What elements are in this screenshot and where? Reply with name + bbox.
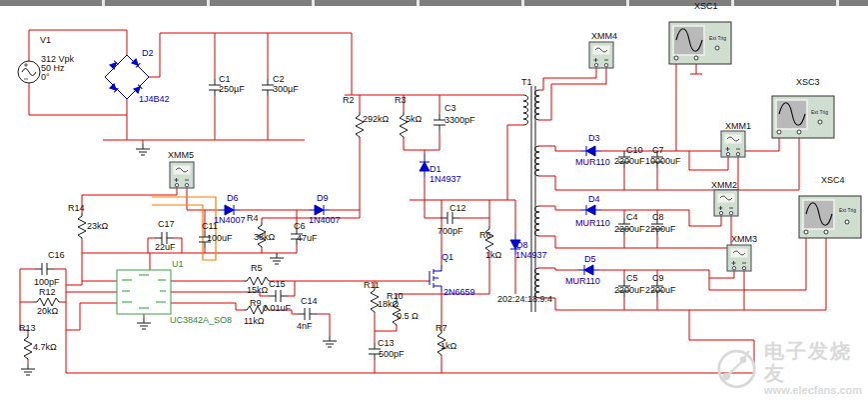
xmm5-label[interactable]: XMM5 — [168, 151, 194, 160]
d4-part[interactable]: MUR110 — [575, 219, 610, 228]
c6-ref[interactable]: C6 — [294, 222, 306, 231]
r9-ref[interactable]: R9 — [250, 299, 262, 308]
d6-ref[interactable]: D6 — [227, 194, 239, 203]
v1-ref[interactable]: V1 — [40, 36, 51, 45]
c3-value[interactable]: 3300pF — [444, 116, 475, 125]
r7-value[interactable]: 1kΩ — [440, 342, 456, 351]
c12-ref[interactable]: C12 — [449, 204, 466, 213]
d1-ref[interactable]: D1 — [430, 165, 441, 174]
d8-part[interactable]: 1N4937 — [515, 251, 547, 260]
c5-value[interactable]: 2200uF — [614, 286, 645, 295]
d2-ref[interactable]: D2 — [142, 49, 154, 58]
c13-ref[interactable]: C13 — [378, 339, 395, 348]
t1-ref[interactable]: T1 — [521, 78, 532, 87]
r6-ref[interactable]: R6 — [479, 231, 491, 240]
u1-chip-symbol[interactable] — [117, 270, 171, 314]
c8-value[interactable]: 2200uF — [645, 225, 676, 234]
r10-value[interactable]: 0.5 Ω — [397, 312, 419, 321]
r6-value[interactable]: 1kΩ — [485, 251, 501, 260]
xmm4-label[interactable]: XMM4 — [591, 32, 617, 41]
d4-ref[interactable]: D4 — [588, 195, 600, 204]
r3-ref[interactable]: R3 — [395, 96, 407, 105]
oscilloscope-xsc4[interactable] — [799, 196, 861, 238]
u1-ref[interactable]: U1 — [172, 260, 184, 269]
d5-part[interactable]: MUR110 — [565, 277, 600, 286]
r5-value[interactable]: 15kΩ — [247, 286, 268, 295]
xmm2-label[interactable]: XMM2 — [711, 181, 737, 190]
v1-value[interactable]: 0° — [41, 73, 50, 82]
r2-ref[interactable]: R2 — [343, 96, 355, 105]
multimeter-xmm5[interactable] — [170, 162, 194, 188]
c10-value[interactable]: 2200uF — [614, 157, 645, 166]
r11-ref[interactable]: R11 — [364, 281, 380, 290]
component-symbols[interactable] — [18, 55, 663, 375]
r9-value[interactable]: 11kΩ — [244, 317, 265, 326]
r3-value[interactable]: 5kΩ — [406, 115, 422, 124]
d6-part[interactable]: 1N4007 — [214, 216, 246, 225]
r13-value[interactable]: 4.7kΩ — [33, 343, 57, 352]
d9-part[interactable]: 1N4007 — [309, 216, 341, 225]
transformer-symbol[interactable] — [523, 86, 539, 312]
c3-ref[interactable]: C3 — [444, 104, 456, 113]
d3-part[interactable]: MUR110 — [575, 158, 610, 167]
multimeter-xmm4[interactable] — [589, 42, 613, 68]
c2-value[interactable]: 300µF — [273, 85, 299, 94]
oscilloscope-xsc1[interactable] — [669, 22, 731, 64]
q1-ref[interactable]: Q1 — [441, 253, 453, 262]
c1-ref[interactable]: C1 — [219, 75, 231, 84]
r5-ref[interactable]: R5 — [251, 264, 263, 273]
c13-value[interactable]: 500pF — [379, 350, 405, 359]
c7-value[interactable]: 10000uF — [645, 157, 681, 166]
r13-ref[interactable]: R13 — [19, 324, 36, 333]
xsc1-label[interactable]: XSC1 — [694, 2, 718, 11]
schematic-canvas[interactable]: V1 312 Vpk 50 Hz 0° D2 1J4B42 C1 250µF C… — [0, 0, 868, 402]
ac-source-symbol[interactable] — [18, 61, 40, 83]
d3-ref[interactable]: D3 — [588, 134, 600, 143]
d1-part[interactable]: 1N4937 — [430, 175, 461, 184]
c9-ref[interactable]: C9 — [652, 274, 664, 283]
c16-value[interactable]: 100pF — [34, 278, 60, 287]
c4-ref[interactable]: C4 — [626, 213, 638, 222]
c10-ref[interactable]: C10 — [626, 146, 643, 155]
d5-ref[interactable]: D5 — [584, 255, 596, 264]
xsc4-label[interactable]: XSC4 — [821, 176, 845, 185]
c17-ref[interactable]: C17 — [158, 220, 175, 229]
oscilloscope-xsc3[interactable] — [772, 96, 834, 138]
multimeter-xmm3[interactable] — [727, 245, 751, 271]
d9-ref[interactable]: D9 — [317, 194, 329, 203]
c12-value[interactable]: 700pF — [437, 227, 463, 236]
c7-ref[interactable]: C7 — [652, 146, 664, 155]
c6-value[interactable]: 47uF — [297, 234, 318, 243]
c15-value[interactable]: 0.01uF — [263, 304, 291, 313]
r12-ref[interactable]: R12 — [39, 288, 56, 297]
c14-value[interactable]: 4nF — [297, 322, 313, 331]
c11-value[interactable]: 100uF — [207, 234, 233, 243]
r11-value[interactable]: 18kΩ — [378, 300, 399, 309]
r10-ref[interactable]: R10 — [387, 292, 404, 301]
multimeter-xmm2[interactable] — [714, 190, 738, 216]
d8-ref[interactable]: D8 — [516, 241, 528, 250]
c17-value[interactable]: 22uF — [155, 243, 176, 252]
r2-value[interactable]: 292kΩ — [363, 115, 389, 124]
r14-ref[interactable]: R14 — [68, 204, 85, 213]
c1-value[interactable]: 250µF — [219, 85, 245, 94]
c2-ref[interactable]: C2 — [273, 75, 285, 84]
r12-value[interactable]: 20kΩ — [37, 307, 58, 316]
c9-value[interactable]: 2200uF — [645, 286, 676, 295]
c4-value[interactable]: 2200uF — [614, 225, 645, 234]
multimeter-xmm1[interactable] — [721, 131, 745, 157]
r14-value[interactable]: 23kΩ — [87, 222, 108, 231]
r4-value[interactable]: 38kΩ — [254, 233, 275, 242]
net-label[interactable]: 202:24:18:9:4 — [497, 294, 552, 304]
c15-ref[interactable]: C15 — [269, 280, 286, 289]
bridge-rectifier-symbol[interactable] — [105, 55, 149, 99]
r4-ref[interactable]: R4 — [247, 214, 259, 223]
c14-ref[interactable]: C14 — [301, 297, 318, 306]
d2-part[interactable]: 1J4B42 — [139, 95, 170, 104]
xsc3-label[interactable]: XSC3 — [796, 78, 820, 87]
xmm3-label[interactable]: XMM3 — [731, 235, 757, 244]
u1-part[interactable]: UC3842A_SO8 — [170, 316, 232, 325]
q1-part[interactable]: 2N6659 — [443, 288, 475, 297]
xmm1-label[interactable]: XMM1 — [725, 122, 751, 131]
c5-ref[interactable]: C5 — [626, 274, 638, 283]
